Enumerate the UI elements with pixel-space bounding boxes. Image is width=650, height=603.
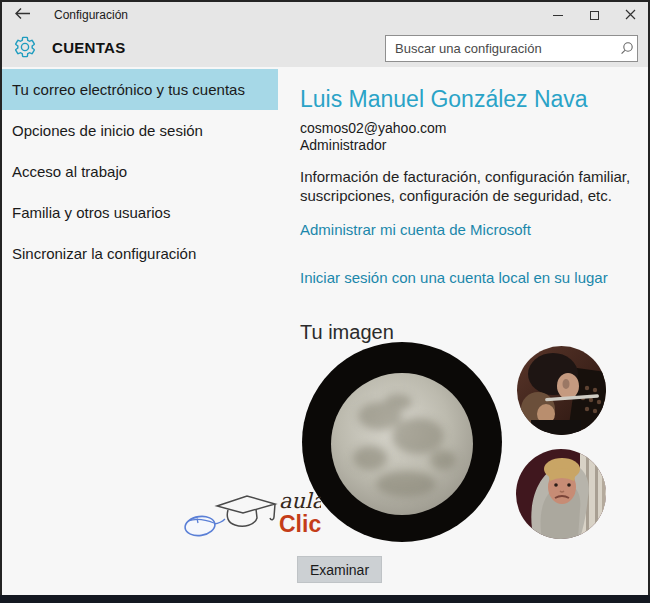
caption-buttons [540,2,648,28]
search-box [385,35,638,62]
sidebar-item-label: Tu correo electrónico y tus cuentas [12,81,245,98]
graduation-cap-icon [217,496,275,526]
back-button[interactable] [2,2,42,28]
mouse-icon [184,515,225,538]
sidebar-item-work-access[interactable]: Acceso al trabajo [2,151,278,192]
search-input[interactable] [386,41,615,56]
manage-account-link[interactable]: Administrar mi cuenta de Microsoft [300,221,531,238]
avatar-option-hoodie-guy-photo[interactable] [516,449,606,539]
local-account-link[interactable]: Iniciar sesión con una cuenta local en s… [300,269,608,286]
sidebar-item-label: Opciones de inicio de sesión [12,122,203,139]
sidebar-item-email-accounts[interactable]: Tu correo electrónico y tus cuentas [2,69,278,110]
minimize-icon [553,15,563,16]
logo-text-aula: aula [279,489,321,513]
current-avatar-moon-photo [302,342,502,542]
avatar-option-flutist-photo[interactable] [517,346,606,435]
page-title: CUENTAS [52,39,126,56]
bottom-edge-bar [0,595,650,603]
your-picture-title: Tu imagen [300,321,650,344]
title-bar: Configuración [2,2,648,28]
sidebar: Tu correo electrónico y tus cuentas Opci… [2,69,278,274]
maximize-button[interactable] [576,2,612,28]
close-button[interactable] [612,2,648,28]
account-email: cosmos02@yahoo.com [300,120,650,136]
browse-button[interactable]: Examinar [297,556,382,583]
back-arrow-icon [14,6,31,24]
logo-text-clic: Clic [279,511,321,537]
sidebar-item-family-users[interactable]: Familia y otros usuarios [2,192,278,233]
sidebar-item-signin-options[interactable]: Opciones de inicio de sesión [2,110,278,151]
window-title: Configuración [54,8,128,22]
account-role: Administrador [300,137,650,153]
account-description: Información de facturación, configuració… [300,167,650,205]
search-icon[interactable] [615,41,637,56]
account-section: Luis Manuel González Nava cosmos02@yahoo… [300,85,650,344]
sidebar-item-sync-settings[interactable]: Sincronizar la configuración [2,233,278,274]
aulaclic-logo: aula Clic [181,483,321,543]
sidebar-item-label: Sincronizar la configuración [12,245,196,262]
close-icon [625,6,636,24]
top-band: Configuración CUENTAS [2,2,648,67]
minimize-button[interactable] [540,2,576,28]
maximize-icon [590,11,599,20]
sidebar-item-label: Familia y otros usuarios [12,204,170,221]
header-row: CUENTAS [2,28,648,67]
account-name: Luis Manuel González Nava [300,85,650,113]
settings-gear-icon [13,35,37,63]
sidebar-item-label: Acceso al trabajo [12,163,127,180]
settings-window: Configuración CUENTAS [0,0,650,603]
